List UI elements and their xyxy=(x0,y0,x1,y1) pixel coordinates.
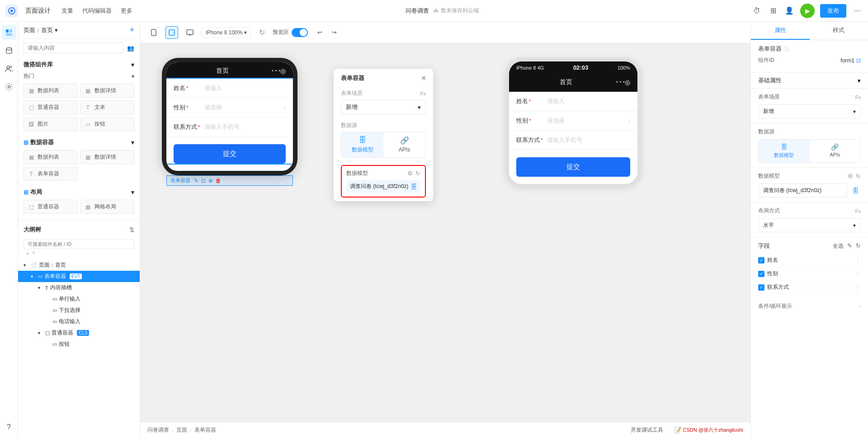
dm-action-icons: ⚙ ↻ xyxy=(407,170,420,177)
tree-item-content-slot[interactable]: ▾ T 内容插槽 xyxy=(18,282,140,293)
right-db-icon: 🗄 xyxy=(781,143,787,151)
preview-toggle-switch[interactable] xyxy=(292,28,308,37)
dm-right-db-btn[interactable]: 🗄 xyxy=(850,185,861,196)
comp-grid-layout[interactable]: ▦ 网格布局 xyxy=(80,200,135,214)
app-logo xyxy=(5,5,18,17)
submit-button[interactable]: 提交 xyxy=(174,144,286,164)
contact-input-placeholder[interactable]: 请输入手机号 xyxy=(204,123,286,131)
nav-code-editor[interactable]: 代码编辑器 xyxy=(82,5,112,17)
comp-data-detail2[interactable]: ▦ 数据详情 xyxy=(80,150,135,164)
desktop-view-btn[interactable] xyxy=(184,26,196,39)
drag-icon-contact[interactable]: ⋮ xyxy=(854,284,861,291)
tree-item-page-home[interactable]: ▾ 📄 页面：首页 xyxy=(18,259,140,271)
iconbar-settings[interactable] xyxy=(2,80,16,94)
redo-button[interactable]: ↪ xyxy=(328,26,340,39)
publish-button[interactable]: 发布 xyxy=(820,4,846,18)
play-button[interactable]: ▶ xyxy=(800,4,815,18)
gender-arrow-icon: › xyxy=(284,104,286,111)
right-apis-tab[interactable]: 🔗 APIs xyxy=(810,140,861,162)
tablet-view-btn[interactable] xyxy=(165,26,178,39)
apis-tab[interactable]: 🔗 APIs xyxy=(383,132,425,157)
dm-survey-item[interactable]: 调查问卷 (tcwj_d3f2n0z) 🗄 xyxy=(346,180,420,193)
clock-icon[interactable]: ⏱ xyxy=(751,5,762,16)
dm-right-settings-icon[interactable]: ⚙ xyxy=(848,173,853,179)
comp-normal-container[interactable]: ▢ 普通容器 xyxy=(24,100,78,114)
comp-data-detail[interactable]: ▦ 数据详情 xyxy=(80,84,135,98)
layout-fx-icon[interactable]: Fx xyxy=(855,208,861,214)
add-page-button[interactable]: + xyxy=(129,25,134,35)
layout-selector[interactable]: 水平 ▾ xyxy=(758,218,861,232)
datasource-label-row: 数据源 xyxy=(758,128,861,136)
fields-title-row: 字段 全选 ✎ ↻ xyxy=(758,242,861,250)
user-icon[interactable]: 👤 xyxy=(784,5,795,16)
comp-button[interactable]: ▭ 按钮 xyxy=(80,117,135,131)
tree-item-single-input[interactable]: ▸ ▭ 单行输入 xyxy=(18,293,140,305)
comp-form-container[interactable]: T 表单容器 xyxy=(24,167,78,181)
dm-settings-icon[interactable]: ⚙ xyxy=(407,170,413,177)
field-contact-checkbox[interactable]: ✓ xyxy=(758,284,764,291)
page-selector[interactable]: 页面：首页 ▾ xyxy=(24,26,58,34)
iconbar-pages[interactable] xyxy=(2,25,16,40)
comp-image[interactable]: 🖼 图片 xyxy=(24,117,78,131)
tree-item-dropdown[interactable]: ▸ ▭ 下拉选择 xyxy=(18,305,140,316)
undo-button[interactable]: ↩ xyxy=(313,26,326,39)
edit-label-icon[interactable]: ✎ xyxy=(194,178,198,184)
popup-close-btn[interactable]: × xyxy=(422,74,426,82)
fx-icon[interactable]: Fx xyxy=(420,91,426,96)
tree-item-phone-input[interactable]: ▸ ▭ 电话输入 xyxy=(18,316,140,327)
fx-icon-right[interactable]: Fx xyxy=(855,94,861,100)
field-gender-checkbox[interactable]: ✓ xyxy=(758,271,764,277)
nav-more[interactable]: 更多 xyxy=(121,5,132,17)
layout-icon[interactable]: ⊞ xyxy=(768,5,778,16)
paste-label-icon[interactable]: ⊕ xyxy=(208,178,213,184)
nav-branches[interactable]: 支量 xyxy=(61,5,73,17)
search-input[interactable] xyxy=(24,42,123,53)
tree-item-form-container[interactable]: ▾ ▭ 表单容器 EVT xyxy=(18,271,140,282)
basic-props-row[interactable]: 基础属性 ▾ xyxy=(751,73,868,89)
gender-input-placeholder[interactable]: 请选择 xyxy=(204,104,280,112)
mobile-view-btn[interactable] xyxy=(147,26,160,39)
component-id-row: 组件ID form1 ⊡ xyxy=(758,57,861,64)
dm-refresh-icon[interactable]: ↻ xyxy=(415,170,420,177)
comp-data-list2[interactable]: ▦ 数据列表 xyxy=(24,150,78,164)
field-name-checkbox[interactable]: ✓ xyxy=(758,257,764,264)
properties-tab[interactable]: 属性 xyxy=(751,22,810,40)
condition-section[interactable]: 条件/循环展示 › xyxy=(751,299,868,314)
name-input-placeholder[interactable]: 请输入 xyxy=(204,84,286,92)
preview-submit-button[interactable]: 提交 xyxy=(516,157,630,177)
outline-search-input[interactable] xyxy=(24,239,134,249)
copy-label-icon[interactable]: ⊡ xyxy=(201,178,206,184)
outline-sort-icon[interactable]: ⇅ xyxy=(129,226,134,233)
refresh-icon[interactable]: ↻ xyxy=(256,27,267,38)
iconbar-users[interactable] xyxy=(2,61,16,76)
svg-rect-4 xyxy=(6,33,12,36)
fields-edit-icon[interactable]: ✎ xyxy=(847,242,852,250)
delete-label-icon[interactable]: 🗑 xyxy=(216,178,221,184)
dev-tools-button[interactable]: 开发调试工具 xyxy=(631,426,663,434)
user-manage-icon[interactable]: 👥 xyxy=(127,45,134,52)
data-model-tab[interactable]: 🗄 数据模型 xyxy=(341,132,383,157)
more-icon[interactable]: ⋯ xyxy=(852,5,863,16)
form-container-body[interactable]: 姓名 * 请输入 性别 * 请选择 xyxy=(166,79,293,164)
device-selector[interactable]: iPhone 8 100% ▾ xyxy=(202,27,251,38)
preview-req-gender: * xyxy=(529,118,531,123)
comp-text[interactable]: T 文本 xyxy=(80,100,135,114)
comp-normal-container2[interactable]: ▢ 普通容器 xyxy=(24,200,78,214)
chevron-right-condition: › xyxy=(859,303,861,310)
iconbar-help[interactable]: ? xyxy=(2,420,16,434)
right-data-model-tab[interactable]: 🗄 数据模型 xyxy=(759,140,810,162)
drag-icon-name[interactable]: ⋮ xyxy=(854,257,861,264)
iconbar-database[interactable] xyxy=(2,43,16,58)
comp-data-list[interactable]: ▦ 数据列表 xyxy=(24,84,78,98)
styles-tab[interactable]: 样式 xyxy=(810,22,868,40)
tree-item-normal-container[interactable]: ▾ ▢ 普通容器 CLS xyxy=(18,327,140,339)
drag-icon-gender[interactable]: ⋮ xyxy=(854,270,861,278)
fields-refresh-icon[interactable]: ↻ xyxy=(856,242,861,250)
scene-right-selector[interactable]: 新增 ▾ xyxy=(758,104,861,118)
tree-item-button[interactable]: ▸ ▭ 按钮 xyxy=(18,339,140,350)
data-model-selector[interactable]: 调查问卷 (tcwj_d3f2n0z) xyxy=(758,184,847,198)
copy-id-icon[interactable]: ⊡ xyxy=(856,57,861,64)
dm-right-refresh-icon[interactable]: ↻ xyxy=(856,173,861,179)
fields-section: 字段 全选 ✎ ↻ ✓ 姓名 ⋮ ✓ 性别 ⋮ xyxy=(751,237,868,299)
scene-selector[interactable]: 新增 ▾ xyxy=(341,100,426,114)
